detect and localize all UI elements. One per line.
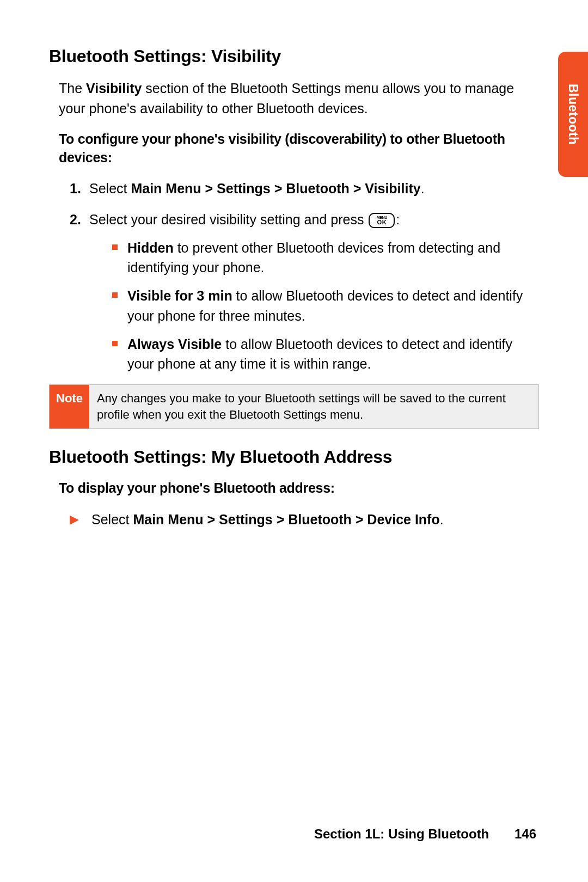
footer-section-label: Section 1L: Using Bluetooth	[314, 826, 489, 841]
note-body: Any changes you make to your Bluetooth s…	[89, 385, 538, 428]
visibility-options-list: Hidden to prevent other Bluetooth device…	[112, 238, 539, 374]
arrow-list: ▶ Select Main Menu > Settings > Bluetoot…	[70, 510, 539, 529]
side-tab-bluetooth: Bluetooth	[558, 52, 588, 177]
bullet-visible-3min-bold: Visible for 3 min	[127, 288, 232, 303]
subhead-display-address: To display your phone's Bluetooth addres…	[59, 479, 539, 498]
step-1-path: Main Menu > Settings > Bluetooth > Visib…	[131, 181, 420, 196]
step-1-suffix: .	[421, 181, 425, 196]
step-1: 1. Select Main Menu > Settings > Bluetoo…	[70, 179, 539, 198]
bullet-visible-3min: Visible for 3 min to allow Bluetooth dev…	[112, 286, 539, 326]
bullet-always-visible-bold: Always Visible	[127, 336, 222, 352]
arrow-item-prefix: Select	[91, 512, 133, 527]
intro-prefix: The	[59, 81, 86, 96]
page-footer: Section 1L: Using Bluetooth 146	[314, 825, 536, 844]
footer-page-number: 146	[514, 826, 536, 841]
bullet-hidden-rest: to prevent other Bluetooth devices from …	[127, 240, 500, 275]
note-label: Note	[50, 385, 89, 428]
step-2-number: 2.	[70, 210, 81, 229]
heading-visibility: Bluetooth Settings: Visibility	[49, 44, 539, 69]
step-2: 2. Select your desired visibility settin…	[70, 210, 539, 374]
triangle-right-icon: ▶	[70, 511, 79, 528]
page-content: Bluetooth Settings: Visibility The Visib…	[0, 0, 588, 529]
arrow-item-suffix: .	[440, 512, 444, 527]
bullet-always-visible: Always Visible to allow Bluetooth device…	[112, 334, 539, 374]
bullet-hidden-bold: Hidden	[127, 240, 174, 255]
arrow-item-device-info: ▶ Select Main Menu > Settings > Bluetoot…	[70, 510, 539, 529]
subhead-configure-visibility: To configure your phone's visibility (di…	[59, 130, 539, 167]
steps-list: 1. Select Main Menu > Settings > Bluetoo…	[70, 179, 539, 373]
intro-paragraph: The Visibility section of the Bluetooth …	[59, 78, 539, 118]
step-2-text-after: :	[396, 212, 400, 227]
step-2-text-before: Select your desired visibility setting a…	[89, 212, 367, 227]
step-1-prefix: Select	[89, 181, 131, 196]
heading-my-bt-address: Bluetooth Settings: My Bluetooth Address	[49, 444, 539, 469]
bullet-hidden: Hidden to prevent other Bluetooth device…	[112, 238, 539, 278]
side-tab-label: Bluetooth	[564, 84, 582, 145]
intro-lead-bold: Visibility	[86, 81, 142, 96]
menu-ok-key-icon: MENU OK	[369, 213, 395, 228]
step-1-number: 1.	[70, 179, 81, 198]
arrow-item-path: Main Menu > Settings > Bluetooth > Devic…	[133, 512, 439, 527]
note-box: Note Any changes you make to your Blueto…	[49, 384, 539, 428]
key-bottom-label: OK	[377, 219, 387, 225]
